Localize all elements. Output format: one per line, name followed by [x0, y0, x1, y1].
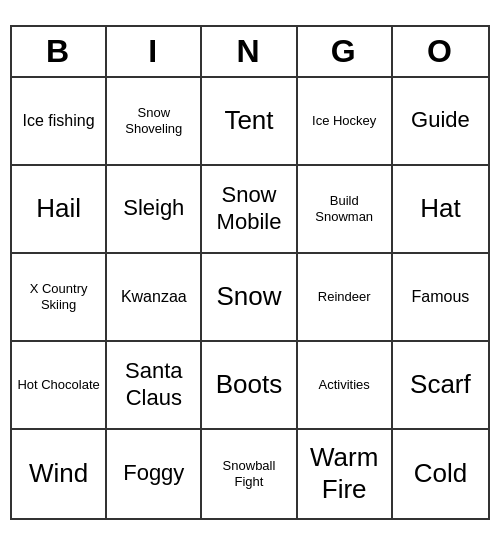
- bingo-cell[interactable]: Hat: [393, 166, 488, 254]
- bingo-cell[interactable]: Ice fishing: [12, 78, 107, 166]
- bingo-cell[interactable]: Guide: [393, 78, 488, 166]
- header-letter: O: [393, 27, 488, 76]
- bingo-cell[interactable]: Tent: [202, 78, 297, 166]
- cell-label: Snowball Fight: [206, 458, 291, 489]
- bingo-cell[interactable]: Build Snowman: [298, 166, 393, 254]
- bingo-grid: Ice fishingSnow ShovelingTentIce HockeyG…: [12, 78, 488, 518]
- cell-label: Sleigh: [123, 195, 184, 221]
- cell-label: X Country Skiing: [16, 281, 101, 312]
- cell-label: Warm Fire: [302, 442, 387, 504]
- bingo-cell[interactable]: Reindeer: [298, 254, 393, 342]
- bingo-cell[interactable]: Santa Claus: [107, 342, 202, 430]
- bingo-card: BINGO Ice fishingSnow ShovelingTentIce H…: [10, 25, 490, 520]
- cell-label: Scarf: [410, 369, 471, 400]
- cell-label: Cold: [414, 458, 467, 489]
- bingo-cell[interactable]: Ice Hockey: [298, 78, 393, 166]
- cell-label: Wind: [29, 458, 88, 489]
- bingo-cell[interactable]: X Country Skiing: [12, 254, 107, 342]
- bingo-header: BINGO: [12, 27, 488, 78]
- cell-label: Famous: [411, 287, 469, 306]
- bingo-cell[interactable]: Cold: [393, 430, 488, 518]
- header-letter: B: [12, 27, 107, 76]
- cell-label: Activities: [319, 377, 370, 393]
- cell-label: Snow Shoveling: [111, 105, 196, 136]
- bingo-cell[interactable]: Hot Chocolate: [12, 342, 107, 430]
- bingo-cell[interactable]: Snow Shoveling: [107, 78, 202, 166]
- cell-label: Santa Claus: [111, 358, 196, 411]
- bingo-cell[interactable]: Snowball Fight: [202, 430, 297, 518]
- cell-label: Snow: [216, 281, 281, 312]
- cell-label: Kwanzaa: [121, 287, 187, 306]
- bingo-cell[interactable]: Hail: [12, 166, 107, 254]
- bingo-cell[interactable]: Sleigh: [107, 166, 202, 254]
- cell-label: Ice Hockey: [312, 113, 376, 129]
- header-letter: G: [298, 27, 393, 76]
- cell-label: Hot Chocolate: [17, 377, 99, 393]
- cell-label: Boots: [216, 369, 283, 400]
- bingo-cell[interactable]: Snow: [202, 254, 297, 342]
- bingo-cell[interactable]: Activities: [298, 342, 393, 430]
- bingo-cell[interactable]: Foggy: [107, 430, 202, 518]
- cell-label: Hat: [420, 193, 460, 224]
- header-letter: N: [202, 27, 297, 76]
- cell-label: Foggy: [123, 460, 184, 486]
- bingo-cell[interactable]: Wind: [12, 430, 107, 518]
- bingo-cell[interactable]: Famous: [393, 254, 488, 342]
- cell-label: Ice fishing: [23, 111, 95, 130]
- bingo-cell[interactable]: Warm Fire: [298, 430, 393, 518]
- bingo-cell[interactable]: Snow Mobile: [202, 166, 297, 254]
- cell-label: Hail: [36, 193, 81, 224]
- cell-label: Guide: [411, 107, 470, 133]
- bingo-cell[interactable]: Scarf: [393, 342, 488, 430]
- cell-label: Tent: [224, 105, 273, 136]
- cell-label: Snow Mobile: [206, 182, 291, 235]
- bingo-cell[interactable]: Boots: [202, 342, 297, 430]
- bingo-cell[interactable]: Kwanzaa: [107, 254, 202, 342]
- cell-label: Reindeer: [318, 289, 371, 305]
- header-letter: I: [107, 27, 202, 76]
- cell-label: Build Snowman: [302, 193, 387, 224]
